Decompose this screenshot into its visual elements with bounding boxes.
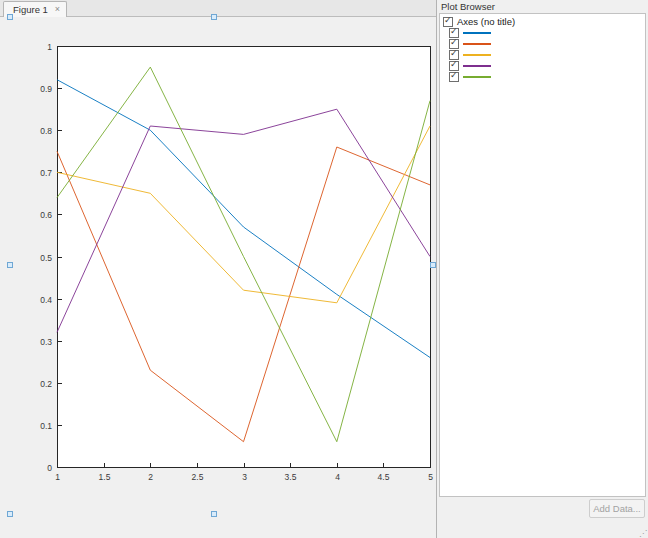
svg-text:1.5: 1.5 [99,472,111,482]
svg-text:0.9: 0.9 [40,84,52,94]
svg-text:0.2: 0.2 [40,379,52,389]
close-icon[interactable]: × [55,5,60,14]
svg-text:5: 5 [428,472,433,482]
svg-text:0.5: 0.5 [40,253,52,263]
plot-browser-line-item-3[interactable]: ✓ [440,49,645,60]
plot-browser-line-item-5[interactable]: ✓ [440,71,645,82]
line-1-checkbox[interactable]: ✓ [449,28,459,38]
line-5-swatch [463,76,491,78]
line-4-swatch [463,65,491,67]
selection-handle[interactable] [7,262,13,268]
svg-text:0.6: 0.6 [40,210,52,220]
axes-checkbox[interactable]: ✓ [443,17,453,27]
check-icon: ✓ [444,16,452,25]
selection-handle[interactable] [7,511,13,517]
plot-browser-line-item-1[interactable]: ✓ [440,27,645,38]
svg-text:1: 1 [55,472,60,482]
svg-text:0.7: 0.7 [40,168,52,178]
figure-canvas[interactable]: 11.522.533.544.5500.10.20.30.40.50.60.70… [0,17,436,538]
selection-handle[interactable] [211,14,217,20]
check-icon: ✓ [450,60,458,69]
check-icon: ✓ [450,71,458,80]
line-4-checkbox[interactable]: ✓ [449,61,459,71]
matlab-figure-window: Figure 1 × 11.522.533.544.5500.10.20.30.… [0,0,648,538]
figure-tab-bar: Figure 1 × [0,0,436,17]
check-icon: ✓ [450,49,458,58]
line-1-swatch [463,32,491,34]
selection-handle[interactable] [7,14,13,20]
svg-text:1: 1 [47,42,52,52]
plot-browser-line-item-4[interactable]: ✓ [440,60,645,71]
svg-text:0.4: 0.4 [40,295,52,305]
plot-browser-panel: Plot Browser ✓ Axes (no title) ✓ ✓ ✓ ✓ [436,0,648,538]
add-data-button[interactable]: Add Data... [589,499,645,518]
svg-text:4: 4 [335,472,340,482]
line-2-swatch [463,43,491,45]
selection-handle[interactable] [211,511,217,517]
line-3-swatch [463,54,491,56]
svg-text:0.3: 0.3 [40,337,52,347]
plot-browser-title: Plot Browser [437,0,648,13]
check-icon: ✓ [450,27,458,36]
line-3-checkbox[interactable]: ✓ [449,50,459,60]
axes-plot[interactable]: 11.522.533.544.5500.10.20.30.40.50.60.70… [0,17,436,538]
svg-text:3: 3 [242,472,247,482]
resize-grip-icon[interactable]: ⋰ [639,529,647,538]
svg-text:2: 2 [148,472,153,482]
plot-browser-line-item-2[interactable]: ✓ [440,38,645,49]
plot-browser-list: ✓ Axes (no title) ✓ ✓ ✓ ✓ ✓ [439,13,646,497]
line-5-checkbox[interactable]: ✓ [449,72,459,82]
tab-label: Figure 1 [13,4,48,15]
check-icon: ✓ [450,38,458,47]
selection-handle[interactable] [430,262,436,268]
svg-text:0.1: 0.1 [40,421,52,431]
svg-text:3.5: 3.5 [285,472,297,482]
svg-text:4.5: 4.5 [378,472,390,482]
line-2-checkbox[interactable]: ✓ [449,39,459,49]
svg-text:0.8: 0.8 [40,126,52,136]
svg-text:2.5: 2.5 [192,472,204,482]
svg-text:0: 0 [47,463,52,473]
plot-browser-axes-item[interactable]: ✓ Axes (no title) [440,16,645,27]
axes-item-label: Axes (no title) [457,16,515,27]
figure-document: Figure 1 × 11.522.533.544.5500.10.20.30.… [0,0,436,538]
